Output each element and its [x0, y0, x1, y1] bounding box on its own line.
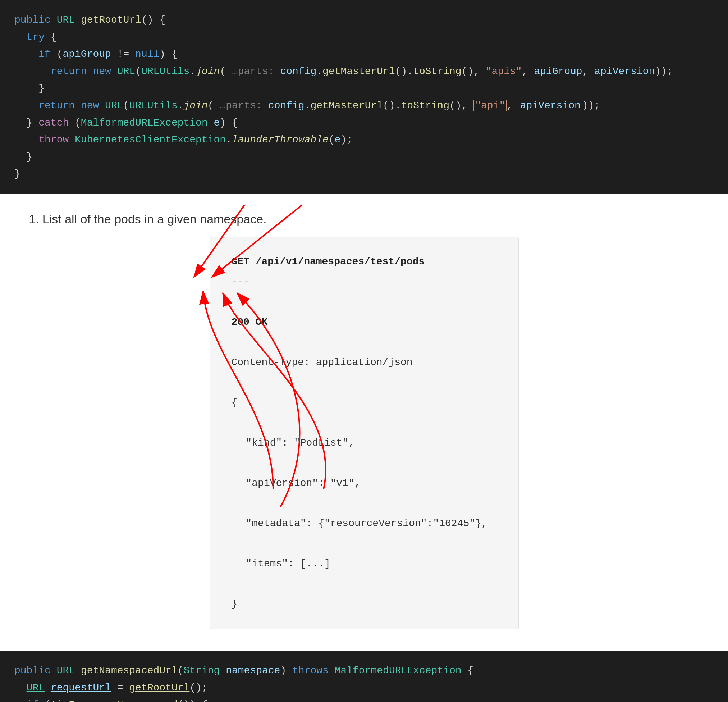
list-item-text: 1. List all of the pods in a given names… [29, 212, 699, 226]
code-line-5: } [14, 80, 714, 97]
json-kind: "kind": "PodList", [231, 433, 497, 453]
get-line: GET /api/v1/namespaces/test/pods [231, 252, 497, 272]
api-response-box: GET /api/v1/namespaces/test/pods --- 200… [209, 237, 519, 629]
content-type-line: Content-Type: application/json [231, 352, 497, 373]
code-line-4: return new URL(URLUtils.join( …parts: co… [14, 63, 714, 80]
code-line-7: } catch (MalformedURLException e) { [14, 114, 714, 132]
json-metadata: "metadata": {"resourceVersion":"10245"}, [231, 514, 497, 534]
bottom-line-3: if (!isResourceNamespaced()) { [14, 696, 714, 702]
code-line-2: try { [14, 29, 714, 46]
separator-line: --- [231, 272, 497, 292]
json-items: "items": [...] [231, 554, 497, 574]
code-line-6: return new URL(URLUtils.join( …parts: co… [14, 97, 714, 114]
page-wrapper: public URL getRootUrl() { try { if (apiG… [0, 0, 728, 702]
json-open: { [231, 393, 497, 413]
bottom-line-1: public URL getNamespacedUrl(String names… [14, 662, 714, 679]
code-line-8: throw KubernetesClientException.launderT… [14, 131, 714, 149]
code-line-10: } [14, 165, 714, 183]
middle-section: 1. List all of the pods in a given names… [0, 194, 728, 651]
status-line: 200 OK [231, 312, 497, 332]
code-line-1: public URL getRootUrl() { [14, 12, 714, 29]
code-line-9: } [14, 149, 714, 166]
json-close: } [231, 594, 497, 614]
bottom-line-2: URL requestUrl = getRootUrl(); [14, 679, 714, 696]
top-code-block: public URL getRootUrl() { try { if (apiG… [0, 0, 728, 194]
json-apiversion: "apiVersion": "v1", [231, 473, 497, 494]
code-line-3: if (apiGroup != null) { [14, 46, 714, 63]
bottom-code-block: public URL getNamespacedUrl(String names… [0, 651, 728, 702]
